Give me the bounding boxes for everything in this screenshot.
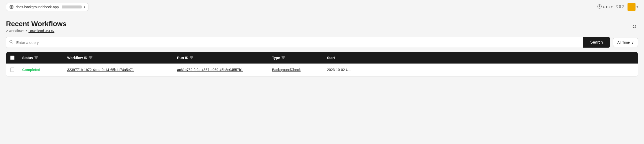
utc-timezone-selector[interactable]: UTC ▾ bbox=[597, 4, 612, 10]
download-json-link[interactable]: Download JSON bbox=[28, 29, 54, 33]
start-value: 2023-10-02 U... bbox=[327, 68, 351, 72]
type-link[interactable]: BackgroundCheck bbox=[272, 68, 300, 72]
svg-point-5 bbox=[617, 5, 620, 8]
namespace-text: docs-backgroundcheck-app. bbox=[16, 5, 60, 9]
namespace-chevron: ▾ bbox=[84, 5, 85, 9]
clock-icon bbox=[597, 4, 602, 10]
refresh-button[interactable]: ↻ bbox=[630, 22, 638, 31]
search-input[interactable] bbox=[16, 37, 583, 48]
main-content: Recent Workflows 2 workflows • Download … bbox=[0, 14, 644, 76]
table-row: Completed 3239771b-1b72-4cea-9c14-65b117… bbox=[6, 64, 638, 76]
th-run-id-label: Run ID bbox=[177, 56, 188, 60]
workflow-id-filter-icon[interactable] bbox=[89, 56, 92, 60]
subtitle-row: 2 workflows • Download JSON bbox=[6, 29, 66, 33]
header-checkbox-cell[interactable] bbox=[6, 52, 18, 64]
avatar-chevron: ▾ bbox=[636, 5, 638, 9]
topbar: docs-backgroundcheck-app. ▾ UTC ▾ bbox=[0, 0, 644, 14]
status-filter-icon[interactable] bbox=[34, 56, 38, 60]
th-status: Status bbox=[18, 52, 63, 64]
search-container: Search bbox=[6, 37, 610, 48]
th-workflow-id-label: Workflow ID bbox=[67, 56, 88, 60]
time-filter-label: All Time bbox=[617, 40, 630, 44]
topbar-right: UTC ▾ ▾ bbox=[597, 3, 638, 11]
td-type: BackgroundCheck bbox=[268, 64, 323, 76]
search-icon bbox=[6, 40, 16, 45]
page-title: Recent Workflows bbox=[6, 20, 66, 28]
td-run-id: ac61b782-fa9a-4357-a069-45b8e04557b1 bbox=[173, 64, 268, 76]
namespace-selector[interactable]: docs-backgroundcheck-app. ▾ bbox=[6, 3, 88, 11]
workflows-table: Status Workflow ID bbox=[6, 52, 638, 76]
subtitle-dot: • bbox=[26, 29, 27, 33]
avatar-button[interactable]: ▾ bbox=[628, 3, 638, 11]
time-filter-selector[interactable]: All Time ∨ bbox=[613, 38, 638, 47]
namespace-redacted bbox=[62, 5, 82, 8]
table-header: Status Workflow ID bbox=[6, 52, 638, 64]
td-status: Completed bbox=[18, 64, 63, 76]
timezone-label: UTC bbox=[603, 5, 610, 9]
topbar-left: docs-backgroundcheck-app. ▾ bbox=[6, 3, 88, 11]
row-checkbox-cell[interactable] bbox=[6, 64, 18, 76]
svg-line-4 bbox=[600, 6, 600, 7]
row-checkbox[interactable] bbox=[10, 68, 14, 72]
td-workflow-id: 3239771b-1b72-4cea-9c14-65b1174a5e71 bbox=[63, 64, 173, 76]
workflow-count: 2 workflows bbox=[6, 29, 24, 33]
th-status-label: Status bbox=[22, 56, 33, 60]
status-badge: Completed bbox=[22, 68, 40, 72]
header-checkbox[interactable] bbox=[10, 56, 14, 60]
run-id-filter-icon[interactable] bbox=[190, 56, 193, 60]
th-type: Type bbox=[268, 52, 323, 64]
th-workflow-id: Workflow ID bbox=[63, 52, 173, 64]
svg-line-11 bbox=[12, 43, 13, 44]
timezone-chevron: ▾ bbox=[611, 5, 612, 9]
run-id-link[interactable]: ac61b782-fa9a-4357-a069-45b8e04557b1 bbox=[177, 68, 243, 72]
workflow-id-link[interactable]: 3239771b-1b72-4cea-9c14-65b1174a5e71 bbox=[67, 68, 134, 72]
search-button[interactable]: Search bbox=[583, 37, 610, 48]
svg-point-6 bbox=[620, 5, 623, 8]
th-start-label: Start bbox=[327, 56, 335, 60]
td-start: 2023-10-02 U... bbox=[323, 64, 638, 76]
time-filter-chevron: ∨ bbox=[631, 40, 634, 44]
glasses-icon[interactable] bbox=[616, 4, 624, 10]
type-filter-icon[interactable] bbox=[282, 56, 285, 60]
search-row: Search All Time ∨ bbox=[6, 37, 638, 48]
avatar bbox=[628, 3, 636, 11]
th-start: Start bbox=[323, 52, 638, 64]
namespace-icon bbox=[9, 5, 14, 9]
th-type-label: Type bbox=[272, 56, 280, 60]
th-run-id: Run ID bbox=[173, 52, 268, 64]
